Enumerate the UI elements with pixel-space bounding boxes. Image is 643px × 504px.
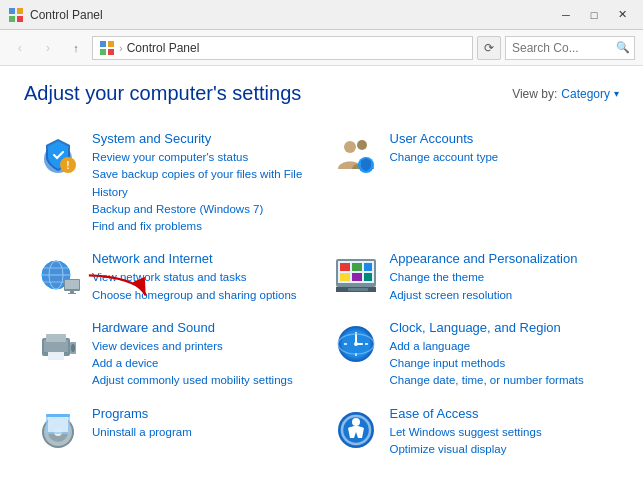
svg-rect-27 [352,263,362,271]
titlebar-app-icon [8,7,24,23]
svg-rect-0 [9,8,15,14]
appearance-personalization-icon [332,251,380,299]
categories-grid: ! System and Security Review your comput… [24,123,619,466]
svg-rect-4 [100,41,106,47]
ease-access-icon [332,406,380,454]
viewby-chevron-icon[interactable]: ▾ [614,88,619,99]
svg-point-13 [357,140,367,150]
svg-rect-1 [17,8,23,14]
category-ease-access: Ease of Access Let Windows suggest setti… [322,398,620,467]
close-button[interactable]: ✕ [609,5,635,25]
appearance-title[interactable]: Appearance and Personalization [390,251,610,266]
maximize-button[interactable]: □ [581,5,607,25]
view-by-control: View by: Category ▾ [512,87,619,101]
svg-rect-57 [48,416,68,432]
category-appearance: Appearance and Personalization Change th… [322,243,620,312]
svg-point-12 [344,141,356,153]
system-security-link-2[interactable]: Save backup copies of your files with Fi… [92,166,312,201]
window-controls: ─ □ ✕ [553,5,635,25]
svg-rect-58 [46,414,70,417]
user-accounts-icon [332,131,380,179]
hardware-sound-link-2[interactable]: Add a device [92,355,312,372]
up-button[interactable]: ↑ [64,36,88,60]
svg-rect-36 [46,334,66,342]
forward-button[interactable]: › [36,36,60,60]
ease-access-link-1[interactable]: Let Windows suggest settings [390,424,610,441]
viewby-value[interactable]: Category [561,87,610,101]
svg-rect-33 [348,288,368,291]
minimize-button[interactable]: ─ [553,5,579,25]
clock-language-content: Clock, Language, and Region Add a langua… [390,320,610,390]
page-title: Adjust your computer's settings [24,82,301,105]
clock-icon [332,320,380,368]
network-internet-icon [34,251,82,299]
clock-language-link-2[interactable]: Change input methods [390,355,610,372]
hardware-icon [34,320,82,368]
category-user-accounts: User Accounts Change account type [322,123,620,243]
svg-rect-26 [340,263,350,271]
address-icon [99,40,115,56]
titlebar: Control Panel ─ □ ✕ [0,0,643,30]
address-bar[interactable]: › Control Panel [92,36,473,60]
user-accounts-title[interactable]: User Accounts [390,131,610,146]
search-icon: 🔍 [616,41,630,54]
clock-language-title[interactable]: Clock, Language, and Region [390,320,610,335]
clock-language-link-3[interactable]: Change date, time, or number formats [390,372,610,389]
appearance-link-2[interactable]: Adjust screen resolution [390,287,610,304]
svg-rect-23 [68,293,76,294]
programs-icon [34,406,82,454]
system-security-link-4[interactable]: Find and fix problems [92,218,312,235]
programs-icon-svg [34,406,82,454]
appearance-link-1[interactable]: Change the theme [390,269,610,286]
svg-rect-2 [9,16,15,22]
category-system-security: ! System and Security Review your comput… [24,123,322,243]
system-security-title[interactable]: System and Security [92,131,312,146]
system-security-link-3[interactable]: Backup and Restore (Windows 7) [92,201,312,218]
svg-rect-21 [65,280,79,289]
refresh-button[interactable]: ⟳ [477,36,501,60]
shield-icon: ! [34,131,82,179]
users-icon [332,131,380,179]
search-wrapper: 🔍 [505,36,635,60]
svg-text:!: ! [66,160,69,171]
user-accounts-link-1[interactable]: Change account type [390,149,610,166]
ease-access-title[interactable]: Ease of Access [390,406,610,421]
svg-point-61 [352,418,360,426]
ease-access-link-2[interactable]: Optimize visual display [390,441,610,458]
clock-language-link-1[interactable]: Add a language [390,338,610,355]
system-security-link-1[interactable]: Review your computer's status [92,149,312,166]
programs-link-1[interactable]: Uninstall a program [92,424,312,441]
page-header: Adjust your computer's settings View by:… [24,82,619,105]
hardware-sound-title[interactable]: Hardware and Sound [92,320,312,335]
window-title: Control Panel [30,8,553,22]
svg-rect-5 [108,41,114,47]
category-clock-language: Clock, Language, and Region Add a langua… [322,312,620,398]
hardware-sound-link-3[interactable]: Adjust commonly used mobility settings [92,372,312,389]
address-separator: › [119,42,123,54]
system-security-icon: ! [34,131,82,179]
red-arrow-annotation [82,271,157,306]
main-content: Adjust your computer's settings View by:… [0,66,643,482]
user-accounts-content: User Accounts Change account type [390,131,610,166]
svg-rect-22 [70,291,74,293]
svg-rect-3 [17,16,23,22]
svg-point-50 [354,342,358,346]
category-programs: Programs Uninstall a program [24,398,322,467]
back-button[interactable]: ‹ [8,36,32,60]
hardware-sound-content: Hardware and Sound View devices and prin… [92,320,312,390]
programs-title[interactable]: Programs [92,406,312,421]
category-network-internet: Network and Internet View network status… [24,243,322,312]
programs-content: Programs Uninstall a program [92,406,312,441]
svg-rect-30 [352,273,362,281]
svg-rect-7 [108,49,114,55]
network-internet-title[interactable]: Network and Internet [92,251,312,266]
ease-of-access-icon [332,406,380,454]
addressbar: ‹ › ↑ › Control Panel ⟳ 🔍 [0,30,643,66]
clock-language-icon [332,320,380,368]
category-hardware-sound: Hardware and Sound View devices and prin… [24,312,322,398]
viewby-label: View by: [512,87,557,101]
appearance-icon [332,251,380,299]
svg-rect-29 [340,273,350,281]
svg-rect-38 [50,354,62,358]
hardware-sound-link-1[interactable]: View devices and printers [92,338,312,355]
